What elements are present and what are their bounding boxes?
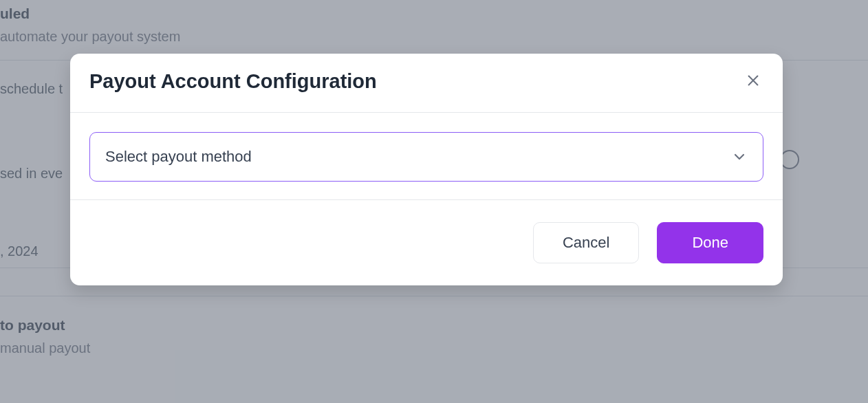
modal-body: Select payout method	[70, 113, 783, 200]
cancel-button[interactable]: Cancel	[533, 222, 639, 263]
payout-method-select[interactable]: Select payout method	[89, 132, 763, 182]
select-placeholder: Select payout method	[105, 148, 252, 166]
close-button[interactable]	[743, 70, 763, 93]
chevron-down-icon	[731, 149, 748, 165]
modal-footer: Cancel Done	[70, 200, 783, 285]
modal-title: Payout Account Configuration	[89, 70, 377, 93]
done-button[interactable]: Done	[657, 222, 763, 263]
close-icon	[746, 73, 761, 90]
modal-header: Payout Account Configuration	[70, 54, 783, 113]
payout-config-modal: Payout Account Configuration Select payo…	[70, 54, 783, 285]
